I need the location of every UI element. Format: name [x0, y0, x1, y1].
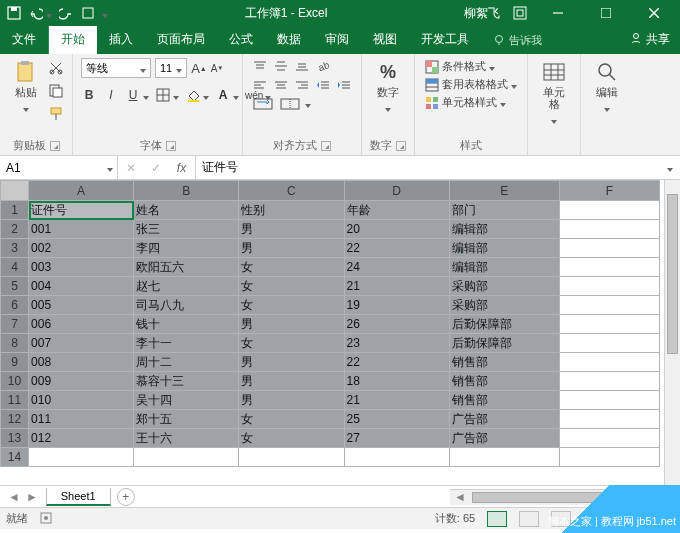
select-all-corner[interactable]: [1, 181, 29, 201]
cell[interactable]: 编辑部: [449, 239, 559, 258]
row-header[interactable]: 12: [1, 410, 29, 429]
zoom-knob[interactable]: [627, 513, 632, 524]
tab-review[interactable]: 审阅: [313, 26, 361, 54]
cell[interactable]: 21: [344, 277, 449, 296]
cell[interactable]: [559, 429, 659, 448]
sheet-tab[interactable]: Sheet1: [46, 488, 111, 506]
cell[interactable]: [29, 448, 134, 467]
view-page-layout-icon[interactable]: [519, 511, 539, 527]
cell[interactable]: 郑十五: [134, 410, 239, 429]
cell[interactable]: [559, 201, 659, 220]
fx-icon[interactable]: fx: [168, 156, 196, 179]
horizontal-scrollbar[interactable]: ◄ ►: [450, 489, 680, 505]
align-left-icon[interactable]: [251, 77, 269, 93]
cell[interactable]: 男: [239, 353, 344, 372]
cell[interactable]: 李十一: [134, 334, 239, 353]
cell[interactable]: 002: [29, 239, 134, 258]
cell[interactable]: 后勤保障部: [449, 315, 559, 334]
cell[interactable]: 25: [344, 410, 449, 429]
cell[interactable]: [559, 448, 659, 467]
sheet-nav-prev-icon[interactable]: ◄: [8, 490, 20, 504]
cell[interactable]: 钱十: [134, 315, 239, 334]
font-color-button[interactable]: A: [215, 86, 231, 104]
cell[interactable]: 003: [29, 258, 134, 277]
increase-indent-icon[interactable]: [335, 77, 353, 93]
row-header[interactable]: 1: [1, 201, 29, 220]
cell[interactable]: 男: [239, 239, 344, 258]
cells-button[interactable]: 单元格: [536, 58, 572, 127]
cell[interactable]: [134, 448, 239, 467]
user-name[interactable]: 柳絮飞: [464, 5, 500, 22]
cell[interactable]: 编辑部: [449, 220, 559, 239]
tab-page-layout[interactable]: 页面布局: [145, 26, 217, 54]
worksheet-grid[interactable]: A B C D E F 1证件号姓名性别年龄部门2001张三男20编辑部3002…: [0, 180, 660, 467]
scroll-thumb[interactable]: [472, 492, 672, 503]
col-header[interactable]: B: [134, 181, 239, 201]
row-header[interactable]: 11: [1, 391, 29, 410]
tab-file[interactable]: 文件: [0, 26, 49, 54]
cell[interactable]: 销售部: [449, 391, 559, 410]
formula-input[interactable]: [196, 161, 660, 175]
font-color-dropdown-icon[interactable]: [233, 89, 239, 103]
border-button[interactable]: [155, 86, 171, 104]
fill-dropdown-icon[interactable]: [203, 89, 209, 103]
cell[interactable]: 21: [344, 391, 449, 410]
row-header[interactable]: 10: [1, 372, 29, 391]
editing-button[interactable]: 编辑: [589, 58, 625, 115]
cell[interactable]: 18: [344, 372, 449, 391]
maximize-button[interactable]: [588, 0, 624, 26]
cell[interactable]: 赵七: [134, 277, 239, 296]
cell[interactable]: 女: [239, 429, 344, 448]
undo-icon[interactable]: [28, 5, 44, 21]
cell[interactable]: 22: [344, 353, 449, 372]
cell[interactable]: [344, 448, 449, 467]
cell[interactable]: [559, 296, 659, 315]
cell[interactable]: 欧阳五六: [134, 258, 239, 277]
expand-formula-bar-icon[interactable]: [660, 161, 680, 175]
cell[interactable]: 证件号: [29, 201, 134, 220]
paste-button[interactable]: 粘贴: [8, 58, 44, 115]
zoom-in-icon[interactable]: +: [668, 513, 674, 525]
cell[interactable]: 年龄: [344, 201, 449, 220]
scroll-left-icon[interactable]: ◄: [450, 490, 470, 504]
row-header[interactable]: 9: [1, 353, 29, 372]
scroll-thumb[interactable]: [667, 194, 678, 354]
cut-icon[interactable]: [48, 60, 64, 79]
cell[interactable]: 女: [239, 258, 344, 277]
col-header[interactable]: D: [344, 181, 449, 201]
decrease-font-icon[interactable]: A▼: [209, 59, 225, 77]
view-page-break-icon[interactable]: [551, 511, 571, 527]
row-header[interactable]: 3: [1, 239, 29, 258]
sheet-nav-next-icon[interactable]: ►: [26, 490, 38, 504]
row-header[interactable]: 8: [1, 334, 29, 353]
cell[interactable]: 001: [29, 220, 134, 239]
cell[interactable]: 005: [29, 296, 134, 315]
cell[interactable]: [239, 448, 344, 467]
cell[interactable]: 慕容十三: [134, 372, 239, 391]
italic-button[interactable]: I: [103, 86, 119, 104]
cell[interactable]: 20: [344, 220, 449, 239]
cell[interactable]: [559, 410, 659, 429]
cell[interactable]: 李四: [134, 239, 239, 258]
cell[interactable]: 26: [344, 315, 449, 334]
cell[interactable]: 011: [29, 410, 134, 429]
cell[interactable]: 性别: [239, 201, 344, 220]
cell[interactable]: 男: [239, 315, 344, 334]
orientation-icon[interactable]: ab: [314, 58, 332, 74]
cell[interactable]: 王十六: [134, 429, 239, 448]
row-header[interactable]: 14: [1, 448, 29, 467]
cell[interactable]: 姓名: [134, 201, 239, 220]
cell[interactable]: 女: [239, 410, 344, 429]
row-header[interactable]: 13: [1, 429, 29, 448]
cell[interactable]: [559, 372, 659, 391]
number-launcher-icon[interactable]: [396, 141, 406, 151]
merge-center-icon[interactable]: [278, 96, 302, 112]
tab-formulas[interactable]: 公式: [217, 26, 265, 54]
cell[interactable]: 男: [239, 372, 344, 391]
tab-insert[interactable]: 插入: [97, 26, 145, 54]
cell[interactable]: [559, 277, 659, 296]
zoom-control[interactable]: − +: [583, 513, 674, 525]
wrap-text-icon[interactable]: [251, 96, 275, 112]
save-icon[interactable]: [6, 5, 22, 21]
border-dropdown-icon[interactable]: [173, 89, 179, 103]
